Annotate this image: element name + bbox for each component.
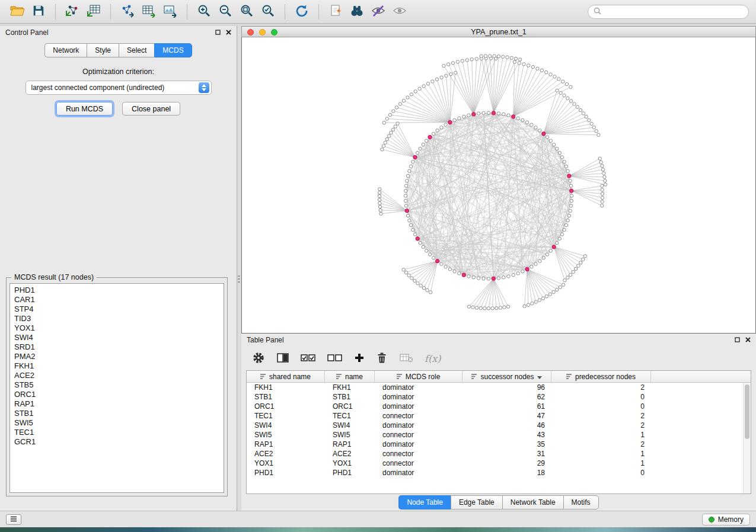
select-all-button[interactable] [301,353,316,364]
table-row[interactable]: YOX1YOX1connector291 [247,459,751,468]
column-header-successor-nodes[interactable]: successor nodes [462,371,551,382]
column-header-mcds-role[interactable]: MCDS role [375,371,462,382]
memory-button[interactable]: Memory [702,514,750,525]
table-row[interactable]: SWI4SWI4dominator462 [247,421,751,430]
mcds-result-list[interactable]: PHD1CAR1STP4TID3YOX1SWI4SRD1PMA2FKH1ACE2… [9,283,224,493]
list-item[interactable]: CAR1 [10,295,224,305]
table-row[interactable]: TEC1TEC1connector472 [247,411,751,421]
network-window: YPA_prune.txt_1 [241,26,756,334]
table-cell: 0 [551,469,651,477]
tab-select[interactable]: Select [119,43,154,57]
panel-splitter[interactable] [237,26,241,511]
table-row[interactable]: STB1STB1dominator620 [247,392,751,402]
import-table-button[interactable] [84,3,104,21]
tab-mcds[interactable]: MCDS [154,43,192,57]
table-row[interactable]: FKH1FKH1dominator962 [247,383,751,392]
list-item[interactable]: SWI5 [10,418,224,428]
list-item[interactable]: FKH1 [10,361,224,371]
table-row[interactable]: SWI5SWI5connector431 [247,430,751,440]
zoom-selected-button[interactable] [258,3,278,21]
maximize-window-icon[interactable] [271,29,277,36]
table-cell: connector [375,450,462,458]
list-item[interactable]: STP4 [10,305,224,314]
close-panel-icon[interactable] [745,336,751,344]
network-canvas[interactable] [241,37,756,334]
zoom-in-icon [197,4,211,20]
delete-column-button[interactable] [376,352,388,366]
table-panel-header: Table Panel [241,334,756,347]
control-panel-title: Control Panel [5,28,49,37]
table-cell: 46 [462,421,551,430]
export-image-button[interactable] [160,3,180,21]
hide-selected-button[interactable] [368,3,388,21]
list-item[interactable]: SWI4 [10,333,224,342]
import-network-button[interactable] [62,3,82,21]
clone-network-button[interactable] [326,3,346,21]
table-cell: SWI5 [247,431,325,439]
function-builder-button[interactable]: f(x) [425,353,441,364]
column-header-shared-name[interactable]: shared name [247,371,325,382]
table-cell: 2 [551,412,651,420]
scrollbar-thumb[interactable] [745,384,749,439]
show-columns-button[interactable] [276,352,289,366]
column-header-predecessor-nodes[interactable]: predecessor nodes [551,371,651,382]
table-row[interactable]: ACE2ACE2connector311 [247,449,751,459]
criterion-dropdown[interactable]: largest connected component (undirected) [25,81,212,95]
list-item[interactable]: TID3 [10,314,224,323]
zoom-out-button[interactable] [215,3,235,21]
close-panel-button[interactable]: Close panel [122,102,180,116]
table-row[interactable]: ORC1ORC1dominator610 [247,402,751,411]
table-row[interactable]: RAP1RAP1dominator352 [247,440,751,449]
list-item[interactable]: SRD1 [10,342,224,352]
save-session-button[interactable] [28,3,49,21]
list-item[interactable]: GCR1 [10,437,224,447]
float-panel-icon[interactable] [735,336,740,344]
tab-node-table[interactable]: Node Table [398,495,451,509]
delete-table-button[interactable] [399,352,413,365]
list-item[interactable]: TEC1 [10,428,224,437]
list-item[interactable]: PHD1 [10,286,224,295]
search-network-button[interactable] [347,3,367,21]
export-network-button[interactable] [117,3,138,21]
column-label: predecessor nodes [575,373,636,381]
table-scrollbar[interactable] [743,383,751,493]
run-mcds-button[interactable]: Run MCDS [56,102,113,116]
toolbar-search [588,5,749,19]
zoom-fit-button[interactable] [237,3,257,21]
table-cell: 47 [462,412,551,420]
list-item[interactable]: RAP1 [10,399,224,409]
add-column-button[interactable] [354,352,365,365]
list-item[interactable]: STB5 [10,380,224,390]
tab-style[interactable]: Style [87,43,119,57]
close-window-icon[interactable] [247,29,254,36]
minimize-window-icon[interactable] [259,29,266,36]
apply-layout-button[interactable] [292,3,312,21]
list-item[interactable]: ACE2 [10,371,224,380]
float-panel-icon[interactable] [215,28,221,37]
panel-menu-button[interactable] [6,514,21,525]
list-item[interactable]: ORC1 [10,390,224,399]
export-table-button[interactable] [139,3,159,21]
list-item[interactable]: PMA2 [10,352,224,361]
table-cell: connector [375,459,462,467]
list-item[interactable]: YOX1 [10,323,224,333]
column-header-name[interactable]: name [325,371,375,382]
open-folder-icon [9,4,25,19]
close-panel-icon[interactable] [226,28,231,37]
list-item[interactable]: STB1 [10,409,224,418]
show-all-button[interactable] [390,3,410,21]
network-canvas-svg[interactable] [242,37,755,333]
tab-edge-table[interactable]: Edge Table [451,495,502,509]
sort-icon [471,373,477,381]
tab-motifs[interactable]: Motifs [563,495,599,509]
tab-network[interactable]: Network [44,43,87,57]
tab-network-table[interactable]: Network Table [502,495,563,509]
search-input[interactable] [605,8,743,16]
deselect-all-button[interactable] [327,353,343,364]
table-cell: SWI5 [325,431,375,439]
table-row[interactable]: PHD1PHD1dominator180 [247,468,751,477]
open-file-button[interactable] [7,3,27,21]
table-settings-button[interactable] [252,351,265,366]
zoom-in-button[interactable] [194,3,214,21]
checked-boxes-icon [301,353,316,364]
